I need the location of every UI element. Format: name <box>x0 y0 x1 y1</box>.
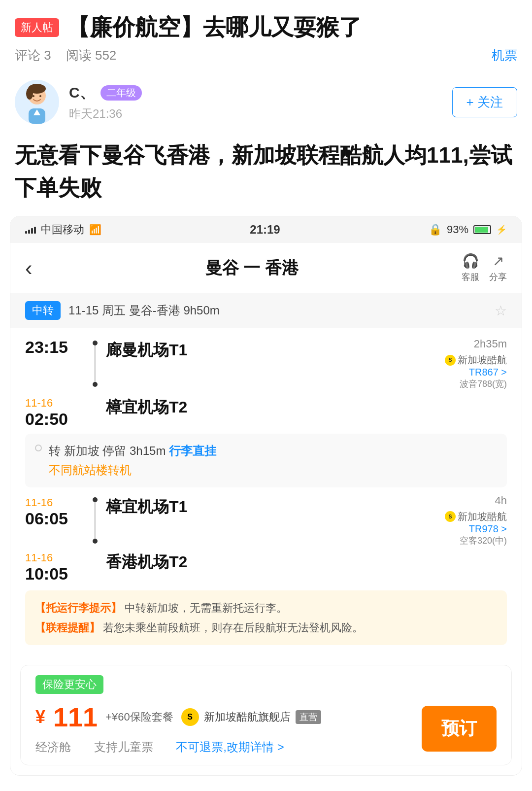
price-section: 保险更安心 ¥ 111 +¥60保险套餐 S 新加坡酷航旗舰店 直营 经济舱 <box>20 665 512 765</box>
arrive-airport-1: 樟宜机场T2 <box>106 397 507 418</box>
baggage-notice-prefix-1: 【托运行李提示】 <box>35 602 122 614</box>
flight-detail-1: 2h35m S 新加坡酷航 TR867 > 波音788(宽) <box>445 338 507 390</box>
baggage-notice: 【托运行李提示】 中转新加坡，无需重新托运行李。 【联程提醒】 若您未乘坐前段航… <box>25 590 507 645</box>
new-post-badge: 新人帖 <box>15 18 59 37</box>
author-name-row: C、 二年级 <box>69 83 442 103</box>
reads-label: 阅读 552 <box>66 47 117 64</box>
meta-left: 评论 3 阅读 552 <box>15 47 492 64</box>
status-left: 中国移动 📶 <box>25 222 101 237</box>
insurance-badge: 保险更安心 <box>35 675 103 694</box>
depart-airport-col: 廊曼机场T1 <box>106 338 435 390</box>
header-actions: 🎧 客服 ↗ 分享 <box>462 253 507 283</box>
ticket-class: 经济舱 <box>35 740 71 754</box>
baggage-notice-prefix-2: 【联程提醒】 <box>35 621 100 634</box>
author-info: C、 二年级 昨天21:36 <box>69 83 442 122</box>
scoot-store-logo: S <box>181 708 199 726</box>
post-time: 昨天21:36 <box>69 107 122 120</box>
ticket-info-row: 经济舱 支持儿童票 不可退票,改期详情 > <box>35 739 422 755</box>
depart-date-2: 11-16 <box>25 496 84 509</box>
flight-content: 23:15 廊曼机场T1 2h35m S 新加坡酷航 TR867 > 波音788… <box>10 328 522 655</box>
back-button[interactable]: ‹ <box>25 256 33 280</box>
depart-time-2: 06:05 <box>25 509 84 528</box>
price-extra: +¥60保险套餐 <box>105 710 173 724</box>
route-info-bar: 中转 11-15 周五 曼谷-香港 9h50m ☆ <box>10 293 522 328</box>
customer-service-btn[interactable]: 🎧 客服 <box>462 253 479 283</box>
headset-icon: 🎧 <box>462 253 479 269</box>
duration-1: 2h35m <box>445 338 507 350</box>
transfer-dot-icon <box>35 445 42 451</box>
depart-airport: 廊曼机场T1 <box>106 340 435 361</box>
svg-point-3 <box>26 88 33 100</box>
flight-app-header: ‹ 曼谷 一 香港 🎧 客服 ↗ 分享 <box>10 243 522 293</box>
battery-percent: 93% <box>447 223 468 236</box>
arrive-date-1: 11-16 <box>25 397 84 410</box>
refund-info-link[interactable]: 不可退票,改期详情 > <box>176 740 284 754</box>
charging-icon: ⚡ <box>496 224 507 235</box>
flight-no-col-1: TR867 > <box>445 367 507 378</box>
scoot-logo-2: S <box>445 511 456 522</box>
post-title: 【廉价航空】去哪儿又耍猴了 <box>67 14 362 41</box>
flight-detail-2: 4h S 新加坡酷航 TR978 > 空客320(中) <box>445 494 507 547</box>
price-left: ¥ 111 +¥60保险套餐 S 新加坡酷航旗舰店 直营 经济舱 支持儿童票 不… <box>35 702 422 755</box>
plane-type-2: 空客320(中) <box>445 535 507 547</box>
airline-row-2: S 新加坡酷航 <box>445 510 507 523</box>
flight-line-2 <box>94 498 96 543</box>
official-tag: 直营 <box>296 710 321 724</box>
airline-name-1: 新加坡酷航 <box>458 353 507 367</box>
lock-icon: 🔒 <box>429 223 442 236</box>
book-button[interactable]: 预订 <box>422 706 497 752</box>
svg-point-7 <box>39 95 41 97</box>
author-row: C、 二年级 昨天21:36 + 关注 <box>0 70 532 134</box>
author-name: C、 <box>69 83 95 103</box>
store-info: S 新加坡酷航旗舰店 直营 <box>181 708 321 726</box>
plane-type-1: 波音788(宽) <box>445 378 507 390</box>
transfer-info: 转 新加坡 停留 3h15m 行李直挂 不同航站楼转机 <box>25 434 507 487</box>
depart-time: 23:15 <box>25 338 84 357</box>
transfer-warning: 不同航站楼转机 <box>49 463 132 477</box>
segment-1: 23:15 廊曼机场T1 2h35m S 新加坡酷航 TR867 > 波音788… <box>25 338 507 390</box>
price-amount: 111 <box>53 702 98 732</box>
insurance-badge-row: 保险更安心 <box>35 675 497 702</box>
favorite-icon[interactable]: ☆ <box>495 303 507 319</box>
baggage-notice-text-1: 中转新加坡，无需重新托运行李。 <box>125 602 287 614</box>
phone-screenshot: 中国移动 📶 21:19 🔒 93% ⚡ ‹ 曼谷 一 香港 🎧 客服 ↗ 分享 <box>10 216 522 776</box>
price-book-row: ¥ 111 +¥60保险套餐 S 新加坡酷航旗舰店 直营 经济舱 支持儿童票 不… <box>35 702 497 755</box>
price-display: ¥ 111 +¥60保险套餐 S 新加坡酷航旗舰店 直营 <box>35 702 422 732</box>
status-time: 21:19 <box>250 223 280 237</box>
status-bar: 中国移动 📶 21:19 🔒 93% ⚡ <box>10 216 522 243</box>
scoot-logo-1: S <box>445 355 456 366</box>
share-icon: ↗ <box>493 253 504 269</box>
arrive-time-1: 02:50 <box>25 410 84 429</box>
segment-2-depart: 11-16 06:05 樟宜机场T1 4h S 新加坡酷航 TR978 > 空客… <box>25 494 507 547</box>
arrive-airport-2: 香港机场T2 <box>106 551 507 573</box>
flight-number-1[interactable]: TR867 > <box>469 367 507 378</box>
level-badge: 二年级 <box>100 85 142 101</box>
post-body-text: 无意看下曼谷飞香港，新加坡联程酷航人均111,尝试下单失败 <box>0 134 532 216</box>
baggage-notice-text-2: 若您未乘坐前段航班，则存在后段航班无法登机风险。 <box>103 621 363 634</box>
topic-tag[interactable]: 机票 <box>492 47 517 64</box>
svg-point-6 <box>33 95 34 97</box>
battery-icon <box>473 225 491 234</box>
title-row: 新人帖 【廉价航空】去哪儿又耍猴了 <box>15 14 517 41</box>
depart-airport-col-2: 樟宜机场T1 <box>106 494 435 547</box>
comments-label: 评论 3 <box>15 47 51 64</box>
wifi-icon: 📶 <box>89 224 101 236</box>
arrive-time-2: 10:05 <box>25 564 84 584</box>
depart-time-col: 23:15 <box>25 338 84 390</box>
follow-button[interactable]: + 关注 <box>452 87 517 117</box>
duration-2: 4h <box>445 494 507 507</box>
flight-no-col-2: TR978 > <box>445 523 507 535</box>
depart-time-col-2: 11-16 06:05 <box>25 494 84 547</box>
arrive-airport-col-1: 樟宜机场T2 <box>106 395 507 429</box>
airline-name-2: 新加坡酷航 <box>458 510 507 523</box>
post-meta: 评论 3 阅读 552 机票 <box>15 47 517 64</box>
arrive-time-col-2: 11-16 10:05 <box>25 550 84 584</box>
arrive-date-2: 11-16 <box>25 551 84 564</box>
status-right: 🔒 93% ⚡ <box>429 223 507 236</box>
arrive-row-1: 11-16 02:50 樟宜机场T2 <box>25 395 507 429</box>
share-btn[interactable]: ↗ 分享 <box>489 253 507 283</box>
flight-number-2[interactable]: TR978 > <box>469 523 507 534</box>
children-support: 支持儿童票 <box>94 740 153 754</box>
signal-icon <box>25 226 36 234</box>
transfer-text: 转 新加坡 停留 3h15m 行李直挂 不同航站楼转机 <box>49 442 216 480</box>
